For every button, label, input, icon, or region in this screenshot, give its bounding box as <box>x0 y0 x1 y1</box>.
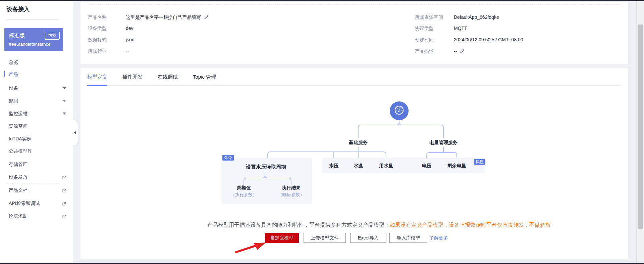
data-format-value: json <box>126 37 135 42</box>
sidebar: 设备接入 标准版 切换 freeStandardInstance 总览 产品 设… <box>0 1 73 263</box>
sidebar-item-label: 公共模型库 <box>9 148 32 153</box>
property-badge: 属性 <box>474 159 485 165</box>
sidebar-item-products[interactable]: 产品 <box>0 71 73 78</box>
sidebar-item-monitoring[interactable]: 监控运维 <box>0 110 73 117</box>
sidebar-item-resource-spaces[interactable]: 资源空间 <box>0 123 73 129</box>
command-param-cycle-value-type: （执行参数） <box>231 192 257 198</box>
switch-instance-button[interactable]: 切换 <box>45 32 60 40</box>
tab-bar: 模型定义 插件开发 在线调试 Topic 管理 <box>87 74 216 86</box>
divider <box>88 4 621 4</box>
learn-more-link[interactable]: 了解更多 <box>429 235 448 241</box>
sidebar-item-label: 产品 <box>9 72 18 77</box>
sidebar-item-devices[interactable]: 设备 <box>0 85 73 91</box>
tab-model-definition[interactable]: 模型定义 <box>87 74 107 86</box>
excel-import-button[interactable]: Excel导入 <box>350 233 386 243</box>
sidebar-item-public-model-library[interactable]: 公共模型库 <box>0 147 73 154</box>
command-node-set-water-pressure-cycle: 设置水压读取周期 <box>246 164 286 170</box>
command-badge: 命令 <box>222 155 234 161</box>
sidebar-item-forum-help[interactable]: 论坛求助 <box>0 213 73 219</box>
sidebar-item-label: 存储管理 <box>9 162 28 167</box>
command-param-exec-result-type: （响应参数） <box>278 192 304 198</box>
model-description: 产品模型用于描述设备具备的能力和特性，平台提供多种方式定义产品模型；如果没有定义… <box>207 222 551 229</box>
tab-online-debugging[interactable]: 在线调试 <box>158 74 178 86</box>
external-link-icon <box>62 175 66 181</box>
sidebar-item-label: 规则 <box>9 98 18 103</box>
divider <box>7 183 59 183</box>
product-root-node <box>390 101 409 120</box>
created-time-text: 2024/06/12 09:50:52 GMT+08:00 <box>454 37 523 42</box>
sidebar-item-storage-management[interactable]: 存储管理 <box>0 161 73 168</box>
instance-edition-label: 标准版 <box>9 32 25 39</box>
properties-box: 水压 水温 用水量 电压 剩余电量 <box>322 158 485 173</box>
model-description-normal: 产品模型用于描述设备具备的能力和特性，平台提供多种方式定义产品模型； <box>207 222 390 228</box>
property-node-water-pressure: 水压 <box>329 163 338 169</box>
property-node-water-temperature: 水温 <box>354 163 363 169</box>
scrollbar-track[interactable] <box>636 0 644 264</box>
gauge-icon <box>393 104 405 117</box>
product-info-card <box>80 2 628 64</box>
resource-space-value: DefaultApp_662fdqke <box>454 14 499 20</box>
sidebar-collapse-handle[interactable] <box>73 120 78 145</box>
product-desc-value: -- <box>454 48 465 54</box>
sidebar-item-api-explorer[interactable]: API检索和调试 <box>0 200 73 207</box>
resource-space-label: 所属资源空间 <box>415 14 443 20</box>
device-type-text: dev <box>126 26 133 31</box>
command-param-exec-result: 执行结果 <box>282 185 301 191</box>
sidebar-item-overview[interactable]: 总览 <box>0 59 73 65</box>
chevron-down-icon <box>63 100 66 102</box>
resource-space-text: DefaultApp_662fdqke <box>454 14 499 20</box>
industry-value: -- <box>126 48 129 54</box>
command-param-cycle-value: 周期值 <box>237 185 251 191</box>
pencil-icon[interactable] <box>460 48 465 54</box>
scrollbar-thumb[interactable] <box>638 25 643 229</box>
product-name-value: 这里是产品名字---根据自己产品填写 <box>126 14 209 20</box>
protocol-value: MQTT <box>454 26 467 31</box>
product-name-label: 产品名称 <box>88 14 107 20</box>
sidebar-item-label: IoTDA实例 <box>9 136 32 141</box>
sidebar-title: 设备接入 <box>7 5 30 13</box>
sidebar-item-label: 资源空间 <box>9 123 28 129</box>
pencil-icon[interactable] <box>204 14 209 20</box>
sidebar-item-device-provisioning[interactable]: 设备发放 <box>0 174 73 180</box>
sidebar-item-label: 论坛求助 <box>9 213 28 219</box>
chevron-down-icon <box>63 113 66 115</box>
created-time-value: 2024/06/12 09:50:52 GMT+08:00 <box>454 37 523 42</box>
product-name-text: 这里是产品名字---根据自己产品填写 <box>126 14 201 20</box>
sidebar-item-product-docs[interactable]: 产品文档 <box>0 187 73 193</box>
external-link-icon <box>62 188 66 194</box>
external-link-icon <box>62 214 66 220</box>
industry-label: 所属行业 <box>88 48 107 54</box>
divider <box>7 19 59 20</box>
sidebar-item-rules[interactable]: 规则 <box>0 97 73 104</box>
chevron-down-icon <box>63 87 66 89</box>
upload-model-file-button[interactable]: 上传模型文件 <box>304 233 346 243</box>
service-node-power-management: 电量管理服务 <box>429 140 458 146</box>
data-format-label: 数据格式 <box>88 37 107 43</box>
product-desc-text: -- <box>454 49 457 54</box>
instance-card[interactable]: 标准版 切换 freeStandardInstance <box>4 28 63 51</box>
tab-topic-management[interactable]: Topic 管理 <box>193 74 216 86</box>
product-desc-label: 产品描述 <box>415 48 434 54</box>
external-link-icon <box>62 201 66 208</box>
created-time-label: 创建时间 <box>415 37 434 43</box>
window-top-edge <box>0 0 644 1</box>
sidebar-item-label: 监控运维 <box>9 111 28 116</box>
service-node-basic: 基础服务 <box>349 140 368 146</box>
property-node-voltage: 电压 <box>422 163 431 169</box>
sidebar-item-iotda-instances[interactable]: IoTDA实例 <box>0 135 73 142</box>
instance-name: freeStandardInstance <box>9 42 50 47</box>
sidebar-item-label: API检索和调试 <box>9 201 40 206</box>
industry-text: -- <box>126 48 129 54</box>
custom-model-button[interactable]: 自定义模型 <box>265 233 299 243</box>
sidebar-item-label: 总览 <box>9 59 18 65</box>
chevron-left-icon <box>74 131 76 134</box>
property-node-remaining-power: 剩余电量 <box>447 163 466 169</box>
property-node-water-consumption: 用水量 <box>379 163 393 169</box>
protocol-label: 协议类型 <box>415 26 434 32</box>
import-library-model-button[interactable]: 导入库模型 <box>389 233 427 243</box>
iot-device-access-page: 设备接入 标准版 切换 freeStandardInstance 总览 产品 设… <box>0 0 644 264</box>
data-format-text: json <box>126 37 135 42</box>
tab-plugin-development[interactable]: 插件开发 <box>122 74 143 86</box>
sidebar-item-label: 设备发放 <box>9 174 28 180</box>
device-type-value: dev <box>126 26 133 31</box>
